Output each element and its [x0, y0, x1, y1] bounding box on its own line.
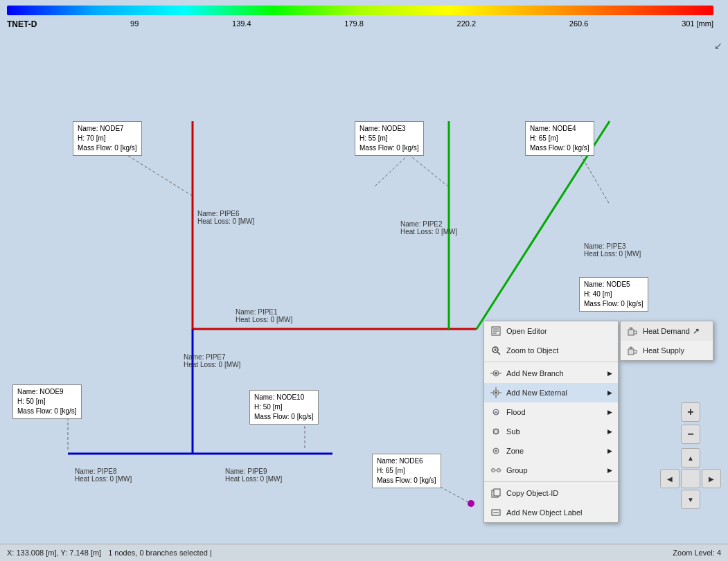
editor-icon [490, 325, 502, 337]
svg-line-0 [128, 156, 193, 196]
menu-add-label-label: Add New Object Label [506, 508, 582, 517]
pipe8-label: Name: PIPE8 Heat Loss: 0 [MW] [75, 467, 132, 483]
external-icon [490, 386, 502, 399]
group-arrow: ▶ [607, 467, 612, 474]
label-icon [490, 506, 502, 519]
menu-divider1 [484, 362, 618, 362]
pan-up-button[interactable]: ▲ [681, 448, 700, 467]
pan-down-button[interactable]: ▼ [681, 490, 700, 509]
menu-sub[interactable]: Sub ▶ [484, 422, 618, 441]
submenu-heat-supply[interactable]: Heat Supply [621, 341, 713, 360]
node4-h: H: 65 [m] [530, 134, 589, 143]
node6-h: H: 65 [m] [377, 466, 436, 476]
color-bar-container: TNET-D 99 139.4 179.8 220.2 260.6 301 [m… [0, 0, 728, 38]
pan-left-button[interactable]: ◀ [660, 469, 680, 488]
node-box-node3[interactable]: Name: NODE3 H: 55 [m] Mass Flow: 0 [kg/s… [355, 121, 424, 156]
svg-line-21 [497, 352, 500, 355]
node7-name: Name: NODE7 [78, 124, 137, 134]
node3-mass: Mass Flow: 0 [kg/s] [359, 143, 419, 153]
main-container: TNET-D 99 139.4 179.8 220.2 260.6 301 [m… [0, 0, 728, 561]
status-zoom: Zoom Level: 4 [673, 549, 721, 557]
node10-mass: Mass Flow: 0 [kg/s] [254, 412, 314, 422]
svg-point-15 [468, 500, 474, 507]
status-coordinates: X: 133.008 [m], Y: 7.148 [m] [7, 549, 101, 557]
menu-group-label: Group [506, 466, 528, 474]
branch-arrow: ▶ [607, 370, 612, 377]
zoom-icon [490, 344, 502, 357]
branch-icon [490, 367, 502, 380]
menu-add-branch-label: Add New Branch [506, 369, 564, 377]
menu-flood-label: Flood [506, 408, 526, 416]
node-box-node9[interactable]: Name: NODE9 H: 50 [m] Mass Flow: 0 [kg/s… [12, 384, 82, 419]
sub-arrow: ▶ [607, 428, 612, 435]
context-menu: Open Editor Zoom to Object Add New Branc… [483, 321, 619, 523]
node4-name: Name: NODE4 [530, 124, 589, 134]
submenu-heat-demand[interactable]: Heat Demand ↗ [621, 321, 713, 341]
menu-zone[interactable]: Zone ▶ [484, 441, 618, 461]
tnet-label: TNET-D [7, 19, 37, 29]
submenu-heat-supply-label: Heat Supply [643, 346, 684, 355]
svg-rect-46 [628, 330, 634, 335]
menu-zoom-to-object[interactable]: Zoom to Object [484, 341, 618, 360]
svg-line-2 [374, 154, 409, 187]
menu-add-object-label[interactable]: Add New Object Label [484, 503, 618, 522]
zone-icon [490, 445, 502, 457]
menu-zone-label: Zone [506, 447, 524, 455]
node4-mass: Mass Flow: 0 [kg/s] [530, 143, 589, 153]
node7-mass: Mass Flow: 0 [kg/s] [78, 143, 137, 153]
submenu-heat-demand-label: Heat Demand [643, 327, 690, 335]
node-box-node5[interactable]: Name: NODE5 H: 40 [m] Mass Flow: 0 [kg/s… [579, 277, 648, 312]
node10-h: H: 50 [m] [254, 402, 314, 412]
menu-copy-id[interactable]: Copy Object-ID [484, 483, 618, 503]
node7-h: H: 70 [m] [78, 134, 137, 143]
menu-add-external[interactable]: Add New External ▶ [484, 383, 618, 402]
sub-icon [490, 425, 502, 438]
node10-name: Name: NODE10 [254, 393, 314, 402]
pipe2-label: Name: PIPE2 Heat Loss: 0 [MW] [400, 220, 457, 235]
node-box-node7[interactable]: Name: NODE7 H: 70 [m] Mass Flow: 0 [kg/s… [73, 121, 142, 156]
pan-right-button[interactable]: ▶ [702, 469, 721, 488]
pipe7-label: Name: PIPE7 Heat Loss: 0 [MW] [184, 353, 240, 368]
zoom-in-button[interactable]: + [681, 402, 700, 422]
menu-copy-id-label: Copy Object-ID [506, 489, 558, 497]
color-bar-labels: TNET-D 99 139.4 179.8 220.2 260.6 301 [m… [7, 19, 713, 29]
node3-name: Name: NODE3 [359, 124, 419, 134]
canvas-area[interactable]: Name: NODE7 H: 70 [m] Mass Flow: 0 [kg/s… [0, 38, 728, 533]
heat-demand-icon [626, 325, 639, 337]
pipe9-label: Name: PIPE9 Heat Loss: 0 [MW] [225, 467, 282, 483]
node9-h: H: 50 [m] [17, 397, 77, 407]
menu-flood[interactable]: Flood ▶ [484, 402, 618, 422]
pipe3-label: Name: PIPE3 Heat Loss: 0 [MW] [584, 242, 641, 258]
svg-point-40 [497, 469, 501, 472]
zoom-out-button[interactable]: − [681, 425, 700, 444]
node-box-node4[interactable]: Name: NODE4 H: 65 [m] Mass Flow: 0 [kg/s… [525, 121, 594, 156]
svg-rect-43 [494, 489, 500, 496]
corner-resize-icon[interactable]: ↙ [714, 40, 722, 51]
heat-supply-icon [626, 344, 639, 357]
menu-sub-label: Sub [506, 427, 520, 436]
node5-h: H: 40 [m] [584, 290, 643, 299]
node5-mass: Mass Flow: 0 [kg/s] [584, 299, 643, 309]
menu-group[interactable]: Group ▶ [484, 461, 618, 480]
node-box-node10[interactable]: Name: NODE10 H: 50 [m] Mass Flow: 0 [kg/… [249, 390, 319, 425]
node-box-node6[interactable]: Name: NODE6 H: 65 [m] Mass Flow: 0 [kg/s… [372, 454, 441, 488]
svg-line-1 [409, 154, 449, 187]
svg-point-29 [495, 391, 497, 394]
menu-zoom-label: Zoom to Object [506, 346, 558, 355]
submenu: Heat Demand ↗ Heat Supply [620, 321, 713, 361]
node9-mass: Mass Flow: 0 [kg/s] [17, 407, 77, 416]
node9-name: Name: NODE9 [17, 387, 77, 397]
node5-name: Name: NODE5 [584, 280, 643, 290]
val2: 139.4 [232, 19, 251, 29]
menu-open-editor-label: Open Editor [506, 327, 547, 335]
node6-mass: Mass Flow: 0 [kg/s] [377, 476, 436, 486]
zone-arrow: ▶ [607, 447, 612, 454]
menu-add-external-label: Add New External [506, 389, 567, 397]
group-icon [490, 464, 502, 477]
external-arrow: ▶ [607, 389, 612, 396]
menu-add-branch[interactable]: Add New Branch ▶ [484, 364, 618, 383]
menu-open-editor[interactable]: Open Editor [484, 321, 618, 341]
menu-divider2 [484, 481, 618, 482]
svg-point-39 [492, 469, 495, 472]
pipe1-label: Name: PIPE1 Heat Loss: 0 [MW] [236, 308, 292, 323]
